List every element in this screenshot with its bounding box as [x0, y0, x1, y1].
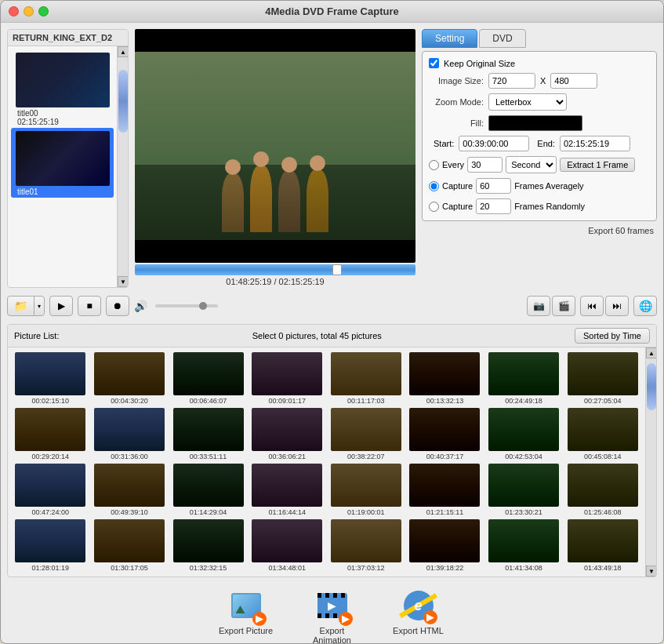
file-item-title00[interactable]: title00 02:15:25:19	[11, 49, 114, 128]
picture-time-13: 00:40:37:17	[426, 453, 464, 460]
file-list-scrollbar[interactable]: ▲ ▼	[117, 46, 128, 287]
picture-item-20[interactable]: 01:19:00:01	[327, 462, 406, 518]
picture-list-header: Picture List: Select 0 pictures, total 4…	[8, 325, 656, 347]
picture-item-15[interactable]: 00:45:08:14	[563, 406, 642, 462]
every-value-input[interactable]	[467, 157, 503, 173]
picture-item-17[interactable]: 00:49:39:10	[90, 462, 169, 518]
close-button[interactable]	[9, 6, 19, 16]
every-radio[interactable]	[429, 160, 439, 170]
picture-item-21[interactable]: 01:21:15:11	[405, 462, 484, 518]
tab-dvd[interactable]: DVD	[479, 29, 525, 48]
time-separator: /	[274, 277, 276, 286]
keep-original-row: Keep Original Size	[429, 58, 650, 68]
end-time-input[interactable]	[560, 136, 630, 151]
picture-item-27[interactable]: 01:34:48:01	[248, 518, 327, 573]
maximize-button[interactable]	[38, 6, 49, 16]
image-width-input[interactable]	[488, 73, 535, 89]
export-animation-icon: ▶ ▶	[315, 588, 350, 623]
volume-knob[interactable]	[199, 302, 207, 310]
picture-item-24[interactable]: 01:28:01:19	[11, 518, 90, 573]
picture-time-16: 00:47:24:00	[32, 508, 70, 516]
picture-time-4: 00:11:17:03	[347, 397, 385, 405]
capture-avg-radio[interactable]	[429, 181, 439, 191]
stop-button[interactable]: ■	[78, 296, 101, 316]
lotr-scene	[135, 52, 415, 240]
capture-btn-2[interactable]: 🎬	[552, 296, 575, 316]
picture-item-31[interactable]: 01:43:49:18	[563, 518, 642, 573]
picture-item-18[interactable]: 01:14:29:04	[169, 462, 248, 518]
picture-item-30[interactable]: 01:41:34:08	[484, 518, 564, 573]
picture-item-5[interactable]: 00:13:32:13	[405, 351, 484, 406]
picture-thumb-31	[568, 519, 638, 562]
picture-item-22[interactable]: 01:23:30:21	[484, 462, 564, 518]
sorted-by-time-button[interactable]: Sorted by Time	[575, 328, 650, 344]
capture-rand-radio[interactable]	[429, 202, 439, 212]
grid-scroll-down[interactable]: ▼	[646, 566, 656, 577]
picture-item-26[interactable]: 01:32:32:15	[169, 518, 248, 573]
picture-item-1[interactable]: 00:04:30:20	[90, 351, 169, 406]
volume-slider[interactable]	[155, 304, 218, 307]
picture-item-29[interactable]: 01:39:18:22	[405, 518, 484, 573]
picture-time-26: 01:32:32:15	[190, 564, 227, 572]
web-btn[interactable]: 🌐	[633, 296, 657, 316]
picture-thumb-21	[409, 464, 480, 507]
picture-item-0[interactable]: 00:02:15:10	[11, 351, 90, 406]
export-picture-item[interactable]: ▶ Export Picture	[215, 588, 278, 644]
file-item-title01[interactable]: title01	[11, 128, 114, 198]
picture-item-4[interactable]: 00:11:17:03	[327, 351, 406, 406]
grid-scrollbar[interactable]: ▲ ▼	[645, 347, 656, 577]
picture-item-9[interactable]: 00:31:36:00	[90, 406, 169, 462]
zoom-mode-select[interactable]: Letterbox	[488, 93, 567, 111]
capture-btn-1[interactable]: 📷	[527, 296, 550, 316]
grid-scroll-up[interactable]: ▲	[646, 347, 656, 358]
picture-time-11: 00:36:06:21	[268, 453, 306, 460]
capture-avg-label: Capture	[442, 181, 473, 191]
zoom-mode-label: Zoom Mode:	[429, 97, 484, 107]
every-unit-select[interactable]: Second	[506, 156, 557, 173]
picture-time-28: 01:37:03:12	[347, 564, 385, 572]
title-bar: 4Media DVD Frame Capture	[1, 1, 663, 23]
picture-item-13[interactable]: 00:40:37:17	[405, 406, 484, 462]
prev-btn[interactable]: ⏮	[580, 296, 604, 316]
picture-item-25[interactable]: 01:30:17:05	[90, 518, 169, 573]
scrollbar-up-arrow[interactable]: ▲	[118, 46, 128, 57]
tab-setting[interactable]: Setting	[422, 29, 477, 48]
capture-rand-input[interactable]	[476, 198, 511, 214]
grid-scroll-thumb[interactable]	[647, 363, 656, 410]
picture-item-28[interactable]: 01:37:03:12	[327, 518, 406, 573]
picture-item-14[interactable]: 00:42:53:04	[484, 406, 564, 462]
picture-item-19[interactable]: 01:16:44:14	[248, 462, 327, 518]
fill-color-swatch[interactable]	[488, 115, 582, 131]
character-4	[307, 169, 328, 232]
character-3	[278, 171, 300, 232]
picture-item-11[interactable]: 00:36:06:21	[248, 406, 327, 462]
capture-avg-input[interactable]	[476, 178, 511, 194]
video-progress-bar[interactable]	[135, 264, 415, 275]
folder-dropdown-arrow[interactable]: ▾	[34, 297, 44, 315]
next-btn[interactable]: ⏭	[605, 296, 629, 316]
picture-item-16[interactable]: 00:47:24:00	[11, 462, 90, 518]
picture-item-6[interactable]: 00:24:49:18	[484, 351, 564, 406]
folder-button[interactable]: 📁 ▾	[7, 296, 45, 316]
picture-item-3[interactable]: 00:09:01:17	[248, 351, 327, 406]
minimize-button[interactable]	[24, 6, 34, 16]
picture-item-2[interactable]: 00:06:46:07	[169, 351, 248, 406]
scrollbar-down-arrow[interactable]: ▼	[118, 276, 128, 287]
export-html-item[interactable]: e ▶ Export HTML	[387, 588, 450, 644]
scrollbar-thumb[interactable]	[118, 70, 128, 133]
extract-button[interactable]: Extract 1 Frame	[560, 158, 635, 172]
record-button[interactable]: ⏺	[106, 296, 129, 316]
fill-label: Fill:	[429, 118, 484, 128]
picture-item-7[interactable]: 00:27:05:04	[563, 351, 642, 406]
image-height-input[interactable]	[550, 73, 597, 89]
export-animation-item[interactable]: ▶ ▶ Export Animation	[301, 588, 364, 644]
keep-original-checkbox[interactable]	[429, 58, 439, 68]
picture-item-12[interactable]: 00:38:22:07	[327, 406, 406, 462]
picture-item-10[interactable]: 00:33:51:11	[169, 406, 248, 462]
play-button[interactable]: ▶	[49, 296, 73, 316]
picture-thumb-10	[173, 408, 244, 451]
picture-item-8[interactable]: 00:29:20:14	[11, 406, 90, 462]
start-time-input[interactable]	[459, 136, 529, 151]
picture-item-23[interactable]: 01:25:46:08	[563, 462, 642, 518]
picture-thumb-19	[252, 464, 322, 507]
